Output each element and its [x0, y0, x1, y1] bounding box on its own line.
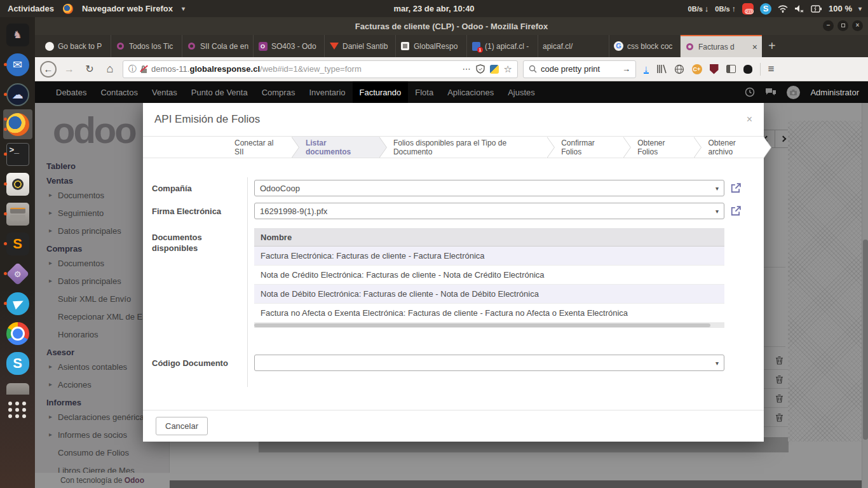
tab-facturas-active[interactable]: Facturas d×	[681, 35, 762, 57]
nav-item-ventas[interactable]: Ventas	[145, 81, 184, 103]
documento-row[interactable]: Nota de Débito Electrónica: Facturas de …	[254, 285, 724, 304]
system-clock[interactable]: mar, 23 de abr, 10:40	[267, 4, 601, 13]
nav-item-contactos[interactable]: Contactos	[93, 81, 145, 103]
compania-select[interactable]: OdooCoop ▾	[254, 180, 724, 196]
dock-item-thunderbird[interactable]: ✉	[3, 50, 32, 79]
tab-sii-cola[interactable]: SII Cola de en	[182, 35, 254, 57]
maximize-button[interactable]	[837, 20, 848, 31]
nav-item-compras[interactable]: Compras	[255, 81, 302, 103]
compania-label: Compañía	[152, 183, 247, 194]
activities-button[interactable]: Actividades	[8, 4, 54, 13]
window-titlebar[interactable]: Facturas de cliente (CLP) - Odoo - Mozil…	[35, 17, 868, 35]
step-folios-disponibles[interactable]: Folios disponibles para el Tipo de Docum…	[379, 137, 547, 158]
dock-item-skype[interactable]: S	[3, 348, 32, 378]
dock-item-media-app[interactable]: ♞	[3, 20, 32, 50]
url-text[interactable]: demos-11.globalresponse.cl/web#id=1&view…	[151, 64, 459, 74]
tab-github[interactable]: Go back to P	[40, 35, 111, 57]
battery-icon[interactable]	[811, 5, 822, 13]
more-options-icon[interactable]: ⋯	[463, 64, 471, 74]
firefox-app-icon	[63, 4, 73, 14]
volume-muted-icon[interactable]	[794, 4, 804, 13]
new-tab-button[interactable]: +	[762, 35, 782, 57]
search-go-icon[interactable]: →	[622, 64, 630, 74]
tab-apicaf[interactable]: apicaf.cl/	[538, 35, 609, 57]
tracking-shield-icon[interactable]	[476, 64, 485, 74]
nav-item-ajustes[interactable]: Ajustes	[501, 81, 542, 103]
wifi-icon[interactable]	[778, 4, 788, 13]
documento-row[interactable]: Nota de Crédito Electrónica: Facturas de…	[254, 266, 724, 285]
messages-icon[interactable]	[765, 88, 776, 97]
step-confirmar-folios[interactable]: Confirmar Folios	[547, 137, 623, 158]
compania-external-link-button[interactable]	[724, 183, 747, 193]
home-button[interactable]: ⌂	[102, 62, 118, 76]
globe-addon-icon[interactable]	[674, 64, 684, 74]
close-dialog-icon[interactable]: ×	[747, 114, 752, 125]
step-conectar-al-sii[interactable]: Conectar al SII	[220, 137, 292, 158]
downloads-icon[interactable]: ↓	[644, 64, 649, 74]
dock-item-file-cabinet[interactable]	[3, 199, 32, 229]
app-menu[interactable]: Navegador web Firefox	[82, 4, 173, 13]
tab-globalresponse[interactable]: GlobalRespo	[396, 35, 467, 57]
dock-item-cloud-app[interactable]: ☁	[3, 79, 32, 109]
dock-item-sublime[interactable]: S	[3, 229, 32, 259]
current-user-name[interactable]: Administrator	[810, 88, 859, 97]
user-avatar[interactable]	[787, 86, 800, 99]
dock-item-telegram[interactable]	[3, 288, 32, 318]
table-horizontal-scrollbar[interactable]	[254, 323, 724, 328]
firma-electronica-select[interactable]: 16291998-9(1).pfx ▾	[254, 203, 724, 219]
close-window-button[interactable]: ×	[852, 20, 863, 31]
gnome-foot-addon-icon[interactable]	[743, 65, 752, 74]
tab-todos-los-tickets[interactable]: Todos los Tic	[111, 35, 182, 57]
nav-item-inventario[interactable]: Inventario	[302, 81, 352, 103]
step-listar-documentos[interactable]: Listar documentos	[292, 137, 379, 158]
documento-row[interactable]: Factura Electrónica: Facturas de cliente…	[254, 247, 724, 266]
insecure-lock-icon[interactable]	[140, 65, 147, 73]
chevron-down-icon: ▾	[715, 360, 719, 367]
ublock-addon-icon[interactable]	[710, 64, 719, 74]
dock-item-chrome[interactable]	[3, 318, 32, 348]
close-tab-icon[interactable]: ×	[752, 42, 757, 52]
tab-google-search[interactable]: Gcss block coc	[609, 35, 681, 57]
step-obtener-archivo[interactable]: Obtener archivo	[694, 137, 764, 158]
cancel-button[interactable]: Cancelar	[156, 417, 208, 435]
codigo-documento-select[interactable]: ▾	[254, 355, 724, 371]
nav-item-punto-de-venta[interactable]: Punto de Venta	[184, 81, 255, 103]
search-value[interactable]: code pretty print	[541, 64, 618, 74]
back-button[interactable]: ←	[40, 61, 57, 78]
url-bar[interactable]: ⓘ demos-11.globalresponse.cl/web#id=1&vi…	[123, 60, 518, 78]
tab-so403[interactable]: OSO403 - Odo	[254, 35, 325, 57]
nav-item-debates[interactable]: Debates	[49, 81, 93, 103]
dock-item-audio-app[interactable]	[3, 169, 32, 199]
odoo-favicon	[116, 41, 125, 51]
library-icon[interactable]	[656, 64, 667, 74]
dock-item-partial[interactable]	[3, 378, 32, 395]
system-menu-caret-icon[interactable]: ▾	[858, 5, 862, 12]
firma-external-link-button[interactable]	[724, 206, 747, 216]
show-applications-button[interactable]	[3, 395, 32, 424]
bookmark-star-icon[interactable]: ☆	[504, 64, 512, 75]
app-grid-icon	[8, 402, 27, 418]
step-obtener-folios[interactable]: Obtener Folios	[623, 137, 694, 158]
nav-item-aplicaciones[interactable]: Aplicaciones	[440, 81, 501, 103]
sidebar-toggle-icon[interactable]	[726, 65, 736, 73]
forward-button[interactable]: →	[62, 64, 77, 75]
tray-app-icon[interactable]: 215	[742, 3, 754, 15]
dock-item-terminal[interactable]: >_	[3, 139, 32, 169]
nav-item-facturando[interactable]: Facturando	[353, 81, 409, 103]
minimize-button[interactable]: –	[823, 20, 834, 31]
skype-tray-icon[interactable]: S	[760, 3, 771, 15]
documento-row[interactable]: Factura no Afecta o Exenta Electrónica: …	[254, 304, 724, 323]
tab-apicaf-mail[interactable]: 1(1) apicaf.cl -	[467, 35, 538, 57]
page-info-icon[interactable]: ⓘ	[128, 64, 137, 75]
activity-clock-icon[interactable]	[745, 87, 755, 97]
python-addon-icon[interactable]	[490, 65, 499, 74]
dock-item-firefox[interactable]	[3, 109, 32, 139]
menu-button[interactable]: ≡	[768, 63, 775, 76]
column-header-nombre[interactable]: Nombre	[254, 228, 724, 247]
search-bar[interactable]: code pretty print →	[523, 60, 636, 78]
reload-button[interactable]: ↻	[82, 63, 97, 75]
clearurls-addon-icon[interactable]: C+	[692, 64, 702, 74]
dock-item-package-app[interactable]: ⚙	[3, 259, 32, 288]
tab-gitlab[interactable]: Daniel Santib	[325, 35, 396, 57]
nav-item-flota[interactable]: Flota	[408, 81, 440, 103]
